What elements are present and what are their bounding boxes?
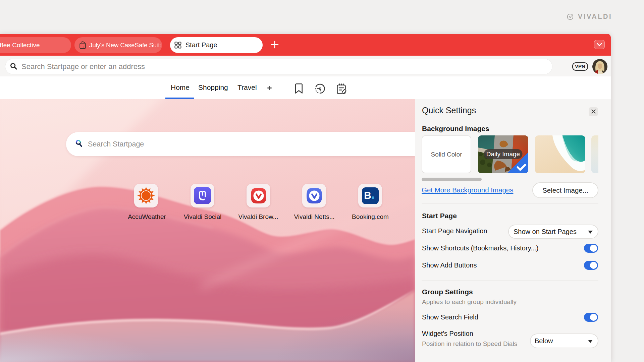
svg-text:Daily Image: Daily Image (486, 150, 520, 158)
svg-text:B: B (364, 190, 371, 201)
